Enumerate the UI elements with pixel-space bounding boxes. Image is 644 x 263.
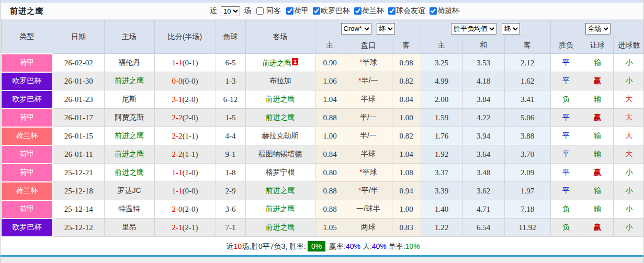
filter-bar: 近 10 场 同客 荷甲欧罗巴杯荷兰杯球会友谊荷超杯 bbox=[210, 3, 460, 19]
big-label: 大: bbox=[363, 242, 372, 250]
competition-badge: 欧罗巴杯 bbox=[1, 72, 53, 90]
match-score: 1-1(0-1) bbox=[154, 54, 216, 72]
odds-time-select-1[interactable]: 终 bbox=[377, 23, 395, 35]
home-team: 特温特 bbox=[104, 200, 154, 219]
avg-lose-odds: 1.62 bbox=[504, 72, 550, 90]
match-history-widget: 前进之鹰 近 10 场 同客 荷甲欧罗巴杯荷兰杯球会友谊荷超杯 类型 日期 主场… bbox=[0, 0, 644, 263]
competition-checkbox-1[interactable] bbox=[313, 7, 320, 15]
match-score: 2-2(2-0) bbox=[154, 109, 216, 127]
corners: 6-5 bbox=[216, 54, 245, 72]
result-outcome: 平 bbox=[550, 127, 582, 145]
odds-away: 0.94 bbox=[392, 182, 421, 200]
handicap-line: *半/一 bbox=[345, 72, 392, 90]
sub-col-header-2: 客 bbox=[392, 37, 421, 54]
odds-company-select[interactable]: Crow* bbox=[341, 23, 371, 35]
away-team: 赫拉克勒斯 bbox=[245, 127, 315, 145]
same-away-label: 同客 bbox=[266, 6, 281, 16]
result-outcome: 平 bbox=[550, 145, 582, 164]
result-handicap: 赢 bbox=[582, 72, 613, 90]
corners: 4-4 bbox=[216, 127, 245, 145]
competition-checkbox-0[interactable] bbox=[286, 7, 293, 15]
match-score: 2-0(2-0) bbox=[154, 200, 216, 219]
match-date: 25-12-14 bbox=[53, 200, 104, 219]
scope-select[interactable]: 全场 bbox=[585, 23, 611, 35]
table-row: 欧罗巴杯26-01-23尼斯3-1(2-0)6-12前进之鹰1.04半球0.84… bbox=[1, 90, 644, 109]
result-outcome: 负 bbox=[550, 219, 582, 237]
result-handicap: 输 bbox=[582, 200, 613, 219]
avg-type-select[interactable]: 胜平负均值 bbox=[451, 23, 496, 35]
col-header-away: 客场 bbox=[245, 20, 315, 54]
title-bar: 前进之鹰 近 10 场 同客 荷甲欧罗巴杯荷兰杯球会友谊荷超杯 bbox=[1, 3, 643, 20]
handicap-odds-group-header: Crow* 终 bbox=[315, 20, 421, 37]
result-outcome: 负 bbox=[550, 200, 582, 219]
page-title: 前进之鹰 bbox=[10, 6, 43, 16]
col-header-date: 日期 bbox=[53, 20, 104, 54]
result-handicap: 赢 bbox=[582, 109, 613, 127]
avg-lose-odds: 3.70 bbox=[504, 145, 550, 164]
match-score: 1-1(1-0) bbox=[154, 164, 216, 182]
result-goals: 小 bbox=[613, 200, 644, 219]
avg-draw-odds: 3.94 bbox=[462, 127, 504, 145]
avg-lose-odds: 11.92 bbox=[504, 219, 550, 237]
odds-away: 1.00 bbox=[392, 109, 421, 127]
same-away-checkbox[interactable] bbox=[256, 7, 264, 15]
result-outcome: 负 bbox=[550, 90, 582, 109]
away-team: 前进之鹰 bbox=[245, 219, 315, 237]
competition-checkbox-2[interactable] bbox=[354, 7, 361, 15]
match-score: 2-1(2-1) bbox=[154, 219, 216, 237]
result-outcome: 平 bbox=[550, 164, 582, 182]
table-row: 荷甲26-02-02福伦丹1-1(0-1)6-5前进之鹰10.90*半球0.98… bbox=[1, 54, 644, 72]
avg-lose-odds: 7.18 bbox=[504, 200, 550, 219]
col-header-home: 主场 bbox=[104, 20, 154, 54]
avg-win-odds: 2.00 bbox=[421, 90, 462, 109]
avg-lose-odds: 3.88 bbox=[504, 127, 550, 145]
result-goals: 小 bbox=[613, 164, 644, 182]
competition-badge: 荷甲 bbox=[1, 109, 53, 127]
odds-away: 0.98 bbox=[392, 54, 421, 72]
odds-home: 1.00 bbox=[315, 127, 345, 145]
match-date: 26-01-11 bbox=[53, 145, 104, 164]
sub-col-header-6: 胜负 bbox=[550, 37, 582, 54]
home-team: 前进之鹰 bbox=[104, 127, 154, 145]
odds-home: 0.90 bbox=[315, 54, 345, 72]
win-rate-badge: 0% bbox=[308, 241, 325, 251]
competition-badge: 欧罗巴杯 bbox=[1, 219, 53, 237]
recent-count-select[interactable]: 10 bbox=[221, 6, 240, 16]
match-score: 3-1(2-0) bbox=[154, 90, 216, 109]
home-team: 前进之鹰 bbox=[104, 72, 154, 90]
result-handicap: 赢 bbox=[582, 164, 613, 182]
sub-col-header-7: 让球 bbox=[582, 37, 613, 54]
summary-count: 10 bbox=[233, 242, 242, 250]
table-row: 荷兰杯26-01-15前进之鹰2-2(1-1)4-4赫拉克勒斯1.00半/一0.… bbox=[1, 127, 644, 145]
competition-checkbox-4[interactable] bbox=[430, 7, 437, 15]
odds-time-select-2[interactable]: 终 bbox=[502, 23, 520, 35]
away-team: 前进之鹰 bbox=[245, 182, 315, 200]
avg-draw-odds: 4.18 bbox=[462, 72, 504, 90]
corners: 9-1 bbox=[216, 145, 245, 164]
handicap-line: *半球 bbox=[345, 164, 392, 182]
avg-win-odds: 3.25 bbox=[421, 54, 462, 72]
avg-win-odds: 1.92 bbox=[421, 145, 462, 164]
table-row: 欧罗巴杯26-01-30前进之鹰0-0(0-0)1-3布拉加1.06*半/一0.… bbox=[1, 72, 644, 90]
sub-col-header-0: 主 bbox=[315, 37, 345, 54]
odds-home: 0.80 bbox=[315, 164, 345, 182]
match-date: 26-01-30 bbox=[53, 72, 104, 90]
away-team: 前进之鹰1 bbox=[245, 54, 315, 72]
games-label: 场 bbox=[244, 6, 251, 16]
table-row: 荷甲26-01-17阿贾克斯2-2(2-0)1-5前进之鹰0.88半/一1.00… bbox=[1, 109, 644, 127]
match-history-table: 类型 日期 主场 比分(半场) 角球 客场 Crow* 终 胜平负均值 终 bbox=[1, 20, 644, 255]
competition-checkbox-3[interactable] bbox=[388, 7, 396, 15]
avg-draw-odds: 3.48 bbox=[462, 164, 504, 182]
summary-row: 近10场,胜0平7负3, 胜率:0% 赢率:40% 大:40% 单率:10% bbox=[1, 237, 644, 255]
col-header-corners: 角球 bbox=[216, 20, 245, 54]
avg-lose-odds: 1.97 bbox=[504, 182, 550, 200]
table-row: 荷甲25-12-21前进之鹰1-1(1-0)1-8格罗宁根0.80*半球1.08… bbox=[1, 164, 644, 182]
match-rows: 荷甲26-02-02福伦丹1-1(0-1)6-5前进之鹰10.90*半球0.98… bbox=[1, 54, 644, 237]
avg-draw-odds: 4.22 bbox=[462, 109, 504, 127]
summary-text: 近10场,胜0平7负3, 胜率:0% 赢率:40% 大:40% 单率:10% bbox=[1, 237, 644, 255]
sub-col-header-3: 主 bbox=[421, 37, 462, 54]
table-row: 荷甲25-12-14特温特2-0(2-0)3-6前进之鹰0.88一/球半1.00… bbox=[1, 200, 644, 219]
single-value: 10% bbox=[405, 242, 420, 250]
table-header: 类型 日期 主场 比分(半场) 角球 客场 Crow* 终 胜平负均值 终 bbox=[1, 20, 644, 54]
odds-home: 0.88 bbox=[315, 109, 345, 127]
